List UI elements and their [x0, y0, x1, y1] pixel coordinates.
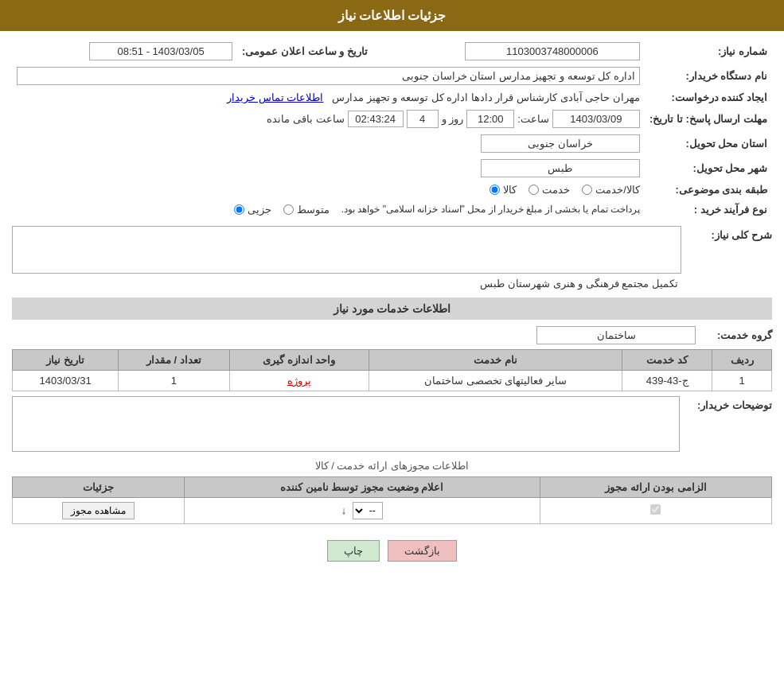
view-license-button[interactable]: مشاهده مجوز	[62, 502, 134, 519]
page-container: جزئیات اطلاعات نیاز شماره نیاز: 11030037…	[0, 0, 784, 696]
cell-tarikh: 1403/03/31	[13, 371, 119, 391]
status-cell: -- ↓	[184, 498, 540, 524]
timer-value: 02:43:24	[348, 111, 404, 127]
radio-motavaset-input[interactable]	[283, 204, 294, 215]
jozii-label: جزیی	[248, 204, 271, 216]
shahr-label: شهر محل تحویل:	[645, 156, 772, 181]
buyer-desc-row: توضیحات خریدار:	[12, 396, 772, 452]
radio-kala-khadamat: کالا/خدمت	[582, 184, 640, 196]
ejad-konande-value: مهران حاجی آبادی کارشناس قرار دادها ادار…	[332, 91, 640, 103]
mande-label: ساعت باقی مانده	[267, 113, 344, 125]
noe-farayand-label: نوع فرآیند خرید :	[645, 199, 772, 220]
sharh-textarea[interactable]	[12, 226, 681, 274]
noe-farayand-cell: پرداخت تمام یا بخشی از مبلغ خریدار از مح…	[12, 199, 645, 220]
col-kod: کد خدمت	[622, 350, 712, 371]
motavaset-label: متوسط	[297, 204, 330, 216]
toseefat-box	[12, 396, 680, 452]
col-tedad: تعداد / مقدار	[119, 350, 229, 371]
services-table: ردیف کد خدمت نام خدمت واحد اندازه گیری ت…	[12, 349, 772, 391]
tabaqe-radio-group: کالا/خدمت خدمت کالا	[17, 184, 640, 196]
sharh-display: تکمیل مجتمع فرهنگی و هنری شهرستان طبس	[12, 276, 681, 291]
status-select[interactable]: --	[353, 502, 383, 519]
radio-motavaset: متوسط	[283, 204, 330, 216]
farayand-notice: پرداخت تمام یا بخشی از مبلغ خریدار از مح…	[341, 204, 640, 215]
col-details: جزئیات	[13, 477, 185, 498]
khadamat-section-title: اطلاعات خدمات مورد نیاز	[12, 297, 772, 320]
radio-kala-khadamat-input[interactable]	[582, 185, 592, 195]
license-section-title: اطلاعات مجوزهای ارائه خدمت / کالا	[12, 460, 772, 472]
sharh-content: تکمیل مجتمع فرهنگی و هنری شهرستان طبس	[12, 226, 681, 291]
license-row: -- ↓ مشاهده مجوز	[13, 498, 772, 524]
radio-khadamat-input[interactable]	[529, 185, 539, 195]
nam-dastgah-label: نام دستگاه خریدار:	[645, 64, 772, 88]
shomare-niaz-value: 1103003748000006	[465, 42, 640, 60]
toseefat-label: توضیحات خریدار:	[685, 396, 772, 411]
khadamat-label: خدمت	[542, 184, 570, 196]
saat-label: ساعت:	[517, 113, 549, 125]
back-button[interactable]: بازگشت	[388, 540, 457, 562]
details-cell: مشاهده مجوز	[13, 498, 185, 524]
rooz-value: 4	[407, 110, 439, 128]
saat-value: 12:00	[466, 110, 514, 128]
shahr-value: طبس	[481, 159, 640, 177]
shahr-cell: طبس	[12, 156, 645, 181]
gorohe-value: ساختمان	[536, 326, 696, 344]
sharh-wrapper: شرح کلی نیاز: تکمیل مجتمع فرهنگی و هنری …	[12, 226, 772, 291]
tabaqe-label: طبقه بندی موضوعی:	[645, 181, 772, 199]
cell-tedad: 1	[119, 371, 229, 391]
group-row: گروه خدمت: ساختمان	[12, 326, 772, 344]
radio-jozii-input[interactable]	[234, 204, 244, 215]
ejad-konande-label: ایجاد کننده درخواست:	[645, 88, 772, 107]
radio-kala: کالا	[490, 184, 517, 196]
elzami-cell	[540, 498, 771, 524]
rooz-label: روز و	[442, 113, 464, 125]
kala-label: کالا	[503, 184, 517, 196]
cell-kod: ج-43-439	[622, 371, 712, 391]
btn-row: بازگشت چاپ	[12, 540, 772, 562]
tarikh-date-value: 1403/03/09	[552, 110, 640, 128]
shomare-niaz-label: شماره نیاز:	[645, 39, 772, 64]
cell-name: سایر فعالیتهای تخصصی ساختمان	[369, 371, 622, 391]
col-vahed: واحد اندازه گیری	[229, 350, 369, 371]
tarikh-eelan-label: تاریخ و ساعت اعلان عمومی:	[237, 39, 372, 64]
tarikh-label: مهلت ارسال پاسخ: تا تاریخ:	[645, 107, 772, 131]
col-name: نام خدمت	[369, 350, 622, 371]
ostan-value: خراسان جنوبی	[481, 134, 640, 153]
elzami-checkbox[interactable]	[650, 504, 661, 515]
cell-vahed[interactable]: پروژه	[229, 371, 369, 391]
cell-radif: 1	[712, 371, 772, 391]
tabaqe-cell: کالا/خدمت خدمت کالا	[12, 181, 645, 199]
kala-khadamat-label: کالا/خدمت	[595, 184, 640, 196]
license-table: الزامی بودن ارائه مجوز اعلام وضعیت مجوز …	[12, 476, 772, 524]
print-button[interactable]: چاپ	[327, 540, 380, 562]
content-area: شماره نیاز: 1103003748000006 تاریخ و ساع…	[0, 31, 784, 577]
timer-row: 1403/03/09 ساعت: 12:00 روز و 4 02:43:24 …	[17, 110, 640, 128]
tarikh-eelan-value: 1403/03/05 - 08:51	[89, 42, 232, 60]
tarikh-eelan-cell: 1403/03/05 - 08:51	[12, 39, 237, 64]
noe-farayand-radio-group: پرداخت تمام یا بخشی از مبلغ خریدار از مح…	[17, 202, 640, 216]
table-row: 1 ج-43-439 سایر فعالیتهای تخصصی ساختمان …	[13, 371, 772, 391]
ejad-konande-cell: مهران حاجی آبادی کارشناس قرار دادها ادار…	[12, 88, 645, 107]
page-title: جزئیات اطلاعات نیاز	[338, 9, 447, 22]
nam-dastgah-cell: اداره کل توسعه و تجهیز مدارس استان خراسا…	[12, 64, 645, 88]
col-radif: ردیف	[712, 350, 772, 371]
ostan-label: استان محل تحویل:	[645, 131, 772, 156]
col-tarikh: تاریخ نیاز	[13, 350, 119, 371]
col-status: اعلام وضعیت مجوز توسط نامین کننده	[184, 477, 540, 498]
contact-link[interactable]: اطلاعات تماس خریدار	[227, 91, 323, 103]
gorohe-label: گروه خدمت:	[700, 329, 772, 341]
main-info-table: شماره نیاز: 1103003748000006 تاریخ و ساع…	[12, 39, 772, 220]
radio-jozii: جزیی	[234, 204, 271, 216]
radio-kala-input[interactable]	[490, 185, 500, 195]
sharh-label: شرح کلی نیاز:	[685, 226, 772, 241]
shomare-niaz-cell: 1103003748000006	[372, 39, 645, 64]
nam-dastgah-value: اداره کل توسعه و تجهیز مدارس استان خراسا…	[17, 67, 640, 85]
col-elzami: الزامی بودن ارائه مجوز	[540, 477, 771, 498]
toseefat-content	[12, 396, 680, 452]
radio-khadamat: خدمت	[529, 184, 570, 196]
tarikh-row-cell: 1403/03/09 ساعت: 12:00 روز و 4 02:43:24 …	[12, 107, 645, 131]
page-header: جزئیات اطلاعات نیاز	[0, 0, 784, 31]
ostan-cell: خراسان جنوبی	[12, 131, 645, 156]
